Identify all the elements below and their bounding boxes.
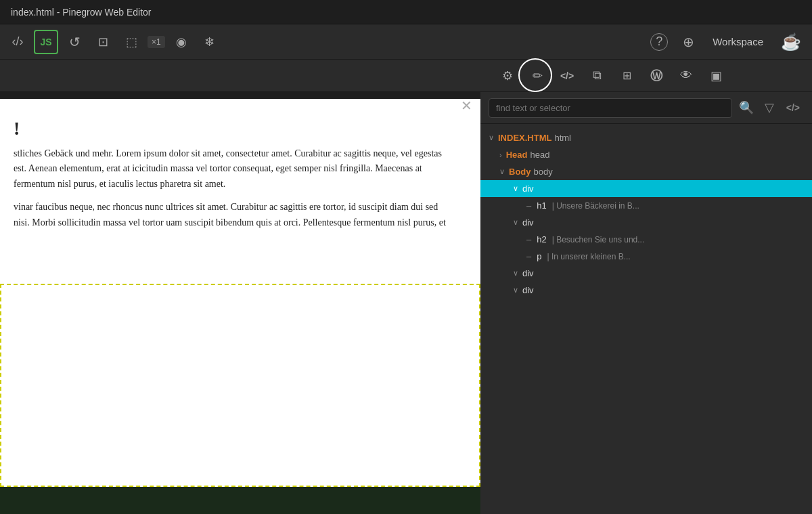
preview-content: ! stliches Gebäck und mehr. Lorem ipsum …	[0, 99, 480, 487]
tree-item-index-html[interactable]: ∨ INDEX.HTML html	[480, 129, 812, 146]
tree-label-index: html	[554, 133, 571, 143]
tree-item-div2[interactable]: ∨ div	[480, 214, 812, 231]
code-filter-icon: </>	[786, 102, 800, 113]
tree-label-div1: div	[522, 184, 534, 194]
tree-dash-h1: –	[526, 200, 531, 211]
tree-desc-p: | In unserer kleinen B...	[547, 252, 630, 261]
preview-panel: ✕ ! stliches Gebäck und mehr. Lorem ipsu…	[0, 92, 480, 514]
html-code-icon: </>	[560, 70, 574, 81]
help-button[interactable]: ?	[646, 30, 672, 54]
workspace-button[interactable]: Workspace	[704, 33, 771, 50]
visibility-icon: ◉	[176, 35, 187, 49]
tree-arrow-index: ∨	[489, 133, 494, 142]
title-text: index.html - Pinegrow Web Editor	[11, 7, 152, 18]
title-bar: index.html - Pinegrow Web Editor	[0, 0, 812, 24]
tree-item-div4[interactable]: ∨ div	[480, 282, 812, 299]
brush-icon: ✏	[533, 68, 543, 83]
tree-label-div2: div	[522, 217, 534, 228]
back-icon: ‹/›	[12, 35, 24, 49]
freeze-icon: ❄	[204, 35, 215, 49]
coffee-icon: ☕	[781, 33, 801, 51]
copy-structure-icon: ⧉	[593, 68, 602, 83]
preview-content-inner: ! stliches Gebäck und mehr. Lorem ipsum …	[0, 119, 467, 230]
coffee-button[interactable]: ☕	[775, 30, 807, 54]
tree-item-div3[interactable]: ∨ div	[480, 265, 812, 282]
tree-button[interactable]: ⊞	[614, 64, 639, 88]
tree-desc-h2: | Besuchen Sie uns und...	[552, 235, 645, 244]
tree-icon: ⊞	[623, 69, 631, 82]
tree-arrow-div2: ∨	[513, 218, 518, 227]
preview-icon: ⊡	[98, 35, 108, 49]
tree-item-div1[interactable]: ∨ div	[480, 180, 812, 197]
tree-tag-body: Body	[509, 167, 531, 177]
search-input[interactable]	[489, 98, 732, 118]
preview-paragraph-2: vinar faucibus neque, nec rhoncus nunc u…	[14, 200, 453, 230]
toolbar-second-right: ⚙ ✏ </> ⧉ ⊞ Ⓦ 👁 ▣	[490, 64, 728, 88]
back-button[interactable]: ‹/›	[5, 30, 30, 54]
help-icon: ?	[650, 33, 668, 51]
zoom-icon: ⊕	[683, 34, 694, 50]
export-button[interactable]: ⬚	[119, 30, 143, 54]
main-area: ✕ ! stliches Gebäck und mehr. Lorem ipsu…	[0, 92, 812, 514]
js-icon: JS	[40, 37, 51, 47]
tree-desc-h1: | Unsere Bäckerei in B...	[552, 201, 639, 211]
tree-arrow-body: ∨	[499, 167, 505, 176]
panel-icon: ▣	[710, 68, 722, 83]
tree-tag-h2: h2	[537, 234, 546, 244]
copy-structure-button[interactable]: ⧉	[585, 64, 609, 88]
filter-button[interactable]: ▽	[761, 98, 778, 118]
panel-button[interactable]: ▣	[704, 64, 728, 88]
code-filter-button[interactable]: </>	[782, 99, 804, 116]
preview-close-button[interactable]: ✕	[461, 98, 472, 114]
tree-tag-p: p	[537, 251, 541, 261]
tree-tag-head: Head	[506, 150, 528, 160]
tree-dash-p: –	[526, 251, 531, 261]
tree-arrow-head: ›	[499, 151, 502, 159]
zoom-button[interactable]: ⊕	[676, 30, 700, 54]
tree-item-h2[interactable]: – h2 | Besuchen Sie uns und...	[480, 231, 812, 248]
brush-button[interactable]: ✏	[525, 64, 549, 88]
reload-icon: ↺	[69, 34, 81, 50]
visibility-button[interactable]: ◉	[169, 30, 194, 54]
tree-item-h1[interactable]: – h1 | Unsere Bäckerei in B...	[480, 197, 812, 214]
tree-item-body[interactable]: ∨ Body body	[480, 163, 812, 180]
search-button[interactable]: 🔍	[736, 98, 757, 118]
tree-label-div4: div	[522, 285, 534, 295]
preview-bottom	[0, 487, 480, 514]
tree-panel: 🔍 ▽ </> ∨ INDEX.HTML html › Head head	[480, 92, 812, 514]
search-bar: 🔍 ▽ </>	[480, 92, 812, 124]
filter-icon: ▽	[765, 101, 774, 114]
eye-icon: 👁	[680, 68, 692, 83]
tree-arrow-div4: ∨	[513, 286, 518, 295]
brush-button-container: ✏	[525, 64, 549, 88]
tree-dash-h2: –	[526, 234, 531, 244]
tree-arrow-div1: ∨	[513, 184, 518, 193]
tree-tag-index: INDEX.HTML	[498, 133, 551, 143]
export-icon: ⬚	[126, 35, 137, 49]
search-icon: 🔍	[739, 101, 754, 114]
tree-container: ∨ INDEX.HTML html › Head head ∨ Body bod…	[480, 124, 812, 514]
wp-button[interactable]: Ⓦ	[644, 64, 669, 88]
yellow-border-indicator	[0, 284, 480, 487]
html-code-button[interactable]: </>	[555, 64, 579, 88]
preview-paragraph-1: stliches Gebäck und mehr. Lorem ipsum do…	[14, 146, 453, 192]
js-button[interactable]: JS	[34, 30, 58, 54]
eye-button[interactable]: 👁	[674, 64, 698, 88]
freeze-button[interactable]: ❄	[198, 30, 222, 54]
settings-icon: ⚙	[502, 68, 513, 83]
settings-button[interactable]: ⚙	[495, 64, 520, 88]
tree-label-body: body	[534, 167, 553, 177]
toolbar-second: ⚙ ✏ </> ⧉ ⊞ Ⓦ 👁 ▣	[0, 60, 812, 92]
preview-toggle-button[interactable]: ⊡	[91, 30, 115, 54]
tree-item-p[interactable]: – p | In unserer kleinen B...	[480, 248, 812, 265]
tree-arrow-div3: ∨	[513, 269, 518, 278]
tree-tag-h1: h1	[537, 200, 546, 211]
count-badge: ×1	[148, 36, 165, 48]
reload-button[interactable]: ↺	[62, 30, 87, 54]
preview-exclamation: !	[14, 119, 453, 138]
tree-label-head: head	[530, 150, 549, 160]
tree-item-head[interactable]: › Head head	[480, 146, 812, 163]
tree-label-div3: div	[522, 268, 534, 278]
wp-icon: Ⓦ	[650, 68, 662, 84]
toolbar-top: ‹/› JS ↺ ⊡ ⬚ ×1 ◉ ❄ ? ⊕ Workspace ☕	[0, 24, 812, 60]
